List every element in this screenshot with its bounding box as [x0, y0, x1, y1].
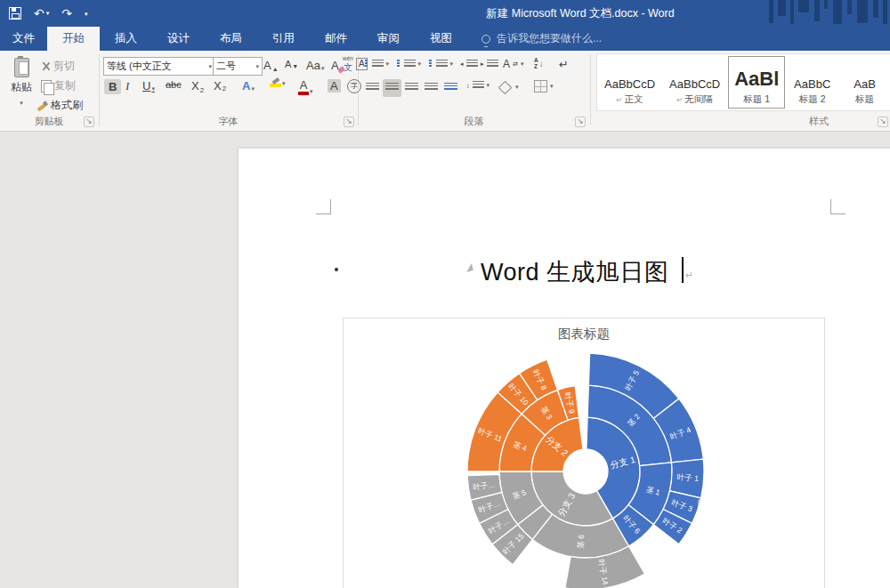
phonetic-guide-button[interactable]: wén文 [343, 56, 353, 72]
paragraph-dialog-launcher[interactable]: ↘ [575, 117, 586, 127]
redo-button[interactable]: ↷ [61, 0, 72, 27]
bullets-button[interactable]: ▾ [365, 60, 389, 68]
tab-file[interactable]: 文件 [0, 27, 47, 51]
line-spacing-button[interactable]: ↕▾ [466, 81, 490, 90]
style-name: ↵ 正文 [617, 93, 643, 106]
undo-dropdown-icon[interactable]: ▾ [46, 0, 50, 27]
style-标题 1[interactable]: AaBl标题 1 [728, 56, 785, 109]
multilevel-list-button[interactable]: ▾ [429, 60, 453, 68]
show-hide-marks-button[interactable]: ↵ [559, 58, 569, 71]
subscript-button[interactable]: X2 [191, 79, 204, 93]
bold-button[interactable]: B [104, 79, 121, 94]
font-size-dropdown-icon[interactable]: ▾ [255, 63, 259, 70]
tab-布局[interactable]: 布局 [205, 27, 257, 51]
increase-indent-button[interactable]: ▸ [481, 60, 498, 68]
style-preview: AaBbC [794, 77, 830, 91]
change-case-button[interactable]: Aa▾ [306, 59, 324, 72]
undo-button[interactable]: ↶▾ [34, 0, 49, 27]
borders-button[interactable]: ▾ [534, 80, 554, 93]
paragraph-mark: ↵ [685, 270, 693, 281]
customize-qat-button[interactable]: ▾ [85, 0, 88, 28]
asian-layout-button[interactable]: A⇄▾ [503, 58, 523, 70]
styles-dialog-launcher[interactable]: ↘ [878, 117, 888, 127]
styles-gallery: AaBbCcD↵ 正文AaBbCcD↵ 无间隔AaBl标题 1AaBbC标题 2… [596, 53, 890, 111]
scissors-icon [41, 61, 51, 71]
underline-button[interactable]: U▾ [142, 79, 155, 93]
word-window: ↶▾ ↷ ▾ 新建 Microsoft Word 文档.docx - Word … [0, 0, 890, 588]
titlebar-decoration [765, 0, 890, 27]
tab-list: 开始插入设计布局引用邮件审阅视图 [47, 27, 467, 51]
redo-icon: ↷ [61, 0, 72, 27]
clipboard-dialog-launcher[interactable]: ↘ [84, 117, 94, 127]
superscript-button[interactable]: X2 [214, 79, 226, 93]
highlight-button[interactable]: ▾ [270, 79, 286, 87]
font-color-button[interactable]: A▾ [298, 79, 313, 95]
sort-button[interactable]: AZ↓ [534, 58, 544, 69]
tab-邮件[interactable]: 邮件 [310, 27, 362, 51]
tab-插入[interactable]: 插入 [100, 27, 152, 51]
pilcrow-icon: ↵ [559, 58, 569, 71]
tab-设计[interactable]: 设计 [152, 27, 205, 51]
align-center-icon [385, 83, 399, 92]
justify-button[interactable] [422, 79, 441, 97]
quick-access-toolbar: ↶▾ ↷ ▾ [9, 0, 88, 27]
align-right-button[interactable] [402, 79, 421, 97]
align-left-button[interactable] [363, 79, 382, 97]
save-icon [9, 7, 21, 20]
font-dialog-launcher[interactable]: ↘ [344, 117, 354, 127]
paragraph-group-label: 段落 [358, 115, 590, 128]
style-无间隔[interactable]: AaBbCcD↵ 无间隔 [663, 56, 726, 109]
tell-me-placeholder: 告诉我您想要做什么... [497, 31, 602, 46]
grow-font-button[interactable]: A▲ [263, 59, 279, 72]
sunburst-label: 叶子 1 [676, 472, 699, 482]
tab-视图[interactable]: 视图 [415, 27, 467, 51]
bullets-icon [365, 60, 368, 68]
paste-dropdown-icon[interactable]: ▾ [20, 100, 23, 106]
strikethrough-button[interactable]: abc [166, 79, 182, 90]
copy-icon [41, 80, 52, 93]
tab-开始[interactable]: 开始 [47, 27, 100, 51]
document-heading[interactable]: Word 生成旭日图 [481, 256, 669, 288]
chart-object[interactable]: 图表标题 分支 1分支 3分支 2茎 2茎 1叶子 6茎 6茎 5茎 4茎 3叶… [343, 318, 825, 588]
align-center-button[interactable] [383, 79, 401, 97]
increase-indent-icon: ▸ [481, 60, 484, 68]
heading-collapse-icon[interactable] [465, 263, 473, 272]
justify-icon [425, 83, 438, 92]
line-spacing-icon: ↕ [466, 83, 470, 89]
margin-corner-mark [830, 199, 846, 214]
font-color-icon: A [298, 79, 309, 95]
font-size-combo[interactable]: 二号▾ [213, 57, 263, 76]
style-name: 标题 1 [743, 93, 770, 106]
document-page[interactable]: Word 生成旭日图 ↵ 图表标题 分支 1分支 3分支 2茎 2茎 1叶子 6… [239, 149, 890, 588]
distribute-button[interactable] [441, 79, 460, 97]
style-name: ↵ 无间隔 [676, 93, 712, 106]
sunburst-chart[interactable]: 分支 1分支 3分支 2茎 2茎 1叶子 6茎 6茎 5茎 4茎 3叶子 9叶子… [344, 318, 824, 588]
tell-me-box[interactable]: 告诉我您想要做什么... [467, 27, 602, 51]
style-标题[interactable]: AaB标题 [839, 56, 890, 109]
tab-引用[interactable]: 引用 [257, 27, 310, 51]
numbering-button[interactable]: ▾ [397, 60, 421, 68]
character-shading-button[interactable]: A [328, 79, 341, 93]
shading-button[interactable]: ▾ [500, 81, 519, 93]
ribbon-home: 粘贴 ▾ 剪切 复制 格式刷 剪贴板 ↘ 等线 (中文正文▾ 二号▾ A▲ [0, 51, 890, 132]
format-painter-button[interactable]: 格式刷 [37, 98, 83, 113]
cut-button[interactable]: 剪切 [41, 59, 75, 74]
multilevel-icon [429, 60, 432, 68]
style-正文[interactable]: AaBbCcD↵ 正文 [598, 56, 661, 109]
style-preview: AaBbCcD [604, 77, 655, 91]
decrease-indent-button[interactable]: ◂ [460, 60, 478, 68]
paste-icon [14, 58, 29, 77]
style-标题 2[interactable]: AaBbC标题 2 [787, 56, 837, 109]
customize-qat-icon: ▾ [85, 0, 88, 28]
tab-审阅[interactable]: 审阅 [362, 27, 415, 51]
text-effects-button[interactable]: A▾ [242, 79, 255, 93]
font-name-dropdown-icon[interactable]: ▾ [208, 63, 212, 70]
font-name-combo[interactable]: 等线 (中文正文▾ [103, 57, 215, 76]
italic-button[interactable]: I [125, 79, 129, 93]
copy-button[interactable]: 复制 [41, 78, 76, 93]
undo-icon: ↶ [34, 0, 44, 27]
decrease-indent-icon: ◂ [460, 60, 464, 68]
enclose-characters-button[interactable]: 字 [347, 79, 361, 93]
shrink-font-button[interactable]: A▼ [285, 59, 298, 69]
save-button[interactable] [9, 7, 21, 20]
